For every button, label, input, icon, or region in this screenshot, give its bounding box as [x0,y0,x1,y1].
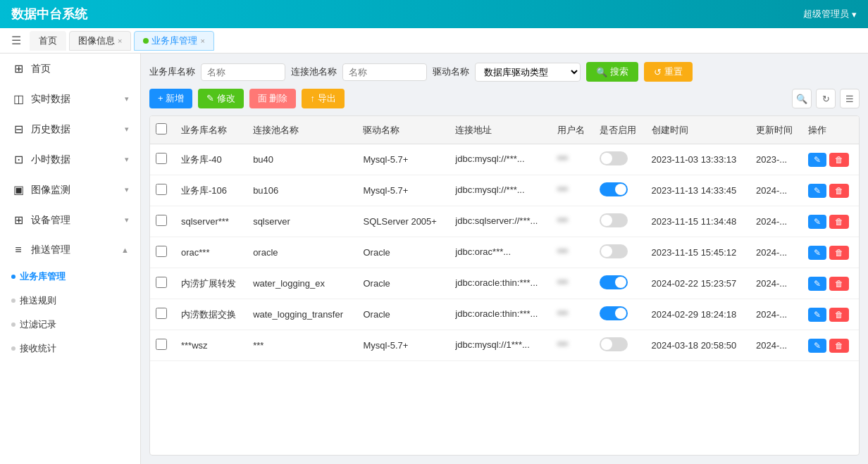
app-title: 数据中台系统 [11,6,803,23]
row-checkbox-2[interactable] [156,215,167,226]
col-conn-addr: 连接地址 [450,116,552,144]
tabbar: ☰ 首页 图像信息 × 业务库管理 × [0,28,868,54]
row-delete-btn-1[interactable]: 🗑 [829,184,849,198]
cell-updated-2: 2024-... [750,206,802,237]
row-edit-btn-6[interactable]: ✎ [808,339,826,353]
row-edit-btn-2[interactable]: ✎ [808,215,826,229]
filter-bar: 业务库名称 连接池名称 驱动名称 数据库驱动类型 Mysql-5.7+ Orac… [149,62,860,82]
db-name-input[interactable] [201,63,285,81]
menu-toggle-btn[interactable]: ☰ [6,31,27,50]
cell-username-4: *** [552,268,594,299]
tab-business-db-close[interactable]: × [200,37,204,45]
tab-business-db[interactable]: 业务库管理 × [134,31,213,51]
row-delete-btn-5[interactable]: 🗑 [829,308,849,322]
search-icon-btn[interactable]: 🔍 [792,89,812,108]
sidebar-item-history[interactable]: ⊟ 历史数据 ▾ [0,114,140,144]
cell-conn-pool-4: water_logging_ex [247,268,357,299]
search-icon: 🔍 [596,67,607,77]
tab-image-info[interactable]: 图像信息 × [69,31,131,51]
toggle-5[interactable] [600,306,628,320]
cell-conn-pool-1: bu106 [247,175,357,206]
row-checkbox-5[interactable] [156,308,167,319]
row-delete-btn-2[interactable]: 🗑 [829,215,849,229]
cell-driver-3: Oracle [357,237,450,268]
sidebar-item-realtime[interactable]: ◫ 实时数据 ▾ [0,84,140,114]
row-checkbox-4[interactable] [156,277,167,288]
row-edit-btn-1[interactable]: ✎ [808,184,826,198]
reset-icon: ↺ [654,67,662,77]
cell-updated-6: 2024-... [750,330,802,361]
sidebar-item-home[interactable]: ⊞ 首页 [0,54,140,84]
cell-conn-pool-5: wate_logging_transfer [247,299,357,330]
cell-driver-1: Mysql-5.7+ [357,175,450,206]
sidebar-sub-item-filter-records[interactable]: 过滤记录 [0,313,140,337]
cell-action-6: ✎ 🗑 [802,330,859,361]
sidebar-sub-label-business-db: 业务库管理 [20,270,66,283]
cell-db-name-6: ***wsz [175,330,247,361]
cell-action-1: ✎ 🗑 [802,175,859,206]
main-layout: ⊞ 首页 ◫ 实时数据 ▾ ⊟ 历史数据 ▾ ⊡ 小时数据 ▾ ▣ 图像监测 ▾… [0,54,868,464]
driver-select[interactable]: 数据库驱动类型 Mysql-5.7+ Oracle SQLServer 2005… [475,63,581,82]
cell-driver-0: Mysql-5.7+ [357,144,450,175]
sidebar-sub-item-business-db[interactable]: 业务库管理 [0,265,140,289]
row-delete-btn-6[interactable]: 🗑 [829,339,849,353]
cell-username-2: *** [552,206,594,237]
cell-db-name-4: 内涝扩展转发 [175,268,247,299]
sidebar-item-image-monitor[interactable]: ▣ 图像监测 ▾ [0,175,140,205]
cell-action-2: ✎ 🗑 [802,206,859,237]
toggle-4[interactable] [600,275,628,289]
conn-pool-input[interactable] [342,63,427,81]
sidebar-label-history: 历史数据 [31,123,70,136]
tab-image-info-close[interactable]: × [118,37,122,45]
refresh-icon-btn[interactable]: ↻ [816,89,836,108]
push-mgmt-icon: ≡ [11,244,25,256]
cell-username-0: *** [552,144,594,175]
toggle-6[interactable] [600,337,628,351]
toggle-1[interactable] [600,182,628,196]
col-db-name: 业务库名称 [175,116,247,144]
row-edit-btn-3[interactable]: ✎ [808,246,826,260]
row-delete-btn-3[interactable]: 🗑 [829,246,849,260]
row-edit-btn-4[interactable]: ✎ [808,277,826,291]
home-icon: ⊞ [11,62,25,75]
row-delete-btn-4[interactable]: 🗑 [829,277,849,291]
toggle-2[interactable] [600,213,628,227]
search-button[interactable]: 🔍 搜索 [586,62,638,82]
cell-conn-pool-6: *** [247,330,357,361]
realtime-icon: ◫ [11,92,25,106]
cell-action-0: ✎ 🗑 [802,144,859,175]
toggle-0[interactable] [600,151,628,165]
sidebar-label-device-mgmt: 设备管理 [31,214,70,227]
export-button[interactable]: ↑ 导出 [302,89,344,108]
row-checkbox-3[interactable] [156,246,167,257]
sidebar-sub-item-receive-stats[interactable]: 接收统计 [0,337,140,360]
toggle-3[interactable] [600,244,628,258]
settings-icon-btn[interactable]: ☰ [840,89,860,108]
sidebar-item-device-mgmt[interactable]: ⊞ 设备管理 ▾ [0,205,140,235]
cell-driver-2: SQLServer 2005+ [357,206,450,237]
reset-button[interactable]: ↺ 重置 [644,62,693,82]
sidebar-item-hourly[interactable]: ⊡ 小时数据 ▾ [0,144,140,175]
cell-enabled-6 [594,330,646,361]
row-checkbox-0[interactable] [156,153,167,164]
sidebar-label-push-mgmt: 推送管理 [31,244,70,256]
image-monitor-icon: ▣ [11,183,25,196]
add-button[interactable]: + 新增 [149,89,192,108]
row-delete-btn-0[interactable]: 🗑 [829,153,849,167]
delete-button[interactable]: 面 删除 [249,89,297,108]
edit-button[interactable]: ✎ 修改 [198,89,244,108]
table-row: 内涝数据交换 wate_logging_transfer Oracle jdbc… [150,299,859,330]
sidebar-sub-item-push-rules[interactable]: 推送规则 [0,289,140,313]
tab-home[interactable]: 首页 [30,31,66,51]
select-all-checkbox[interactable] [156,123,167,134]
row-checkbox-1[interactable] [156,184,167,195]
user-menu[interactable]: 超级管理员 ▾ [803,8,857,20]
row-checkbox-6[interactable] [156,339,167,350]
cell-conn-pool-2: sqlserver [247,206,357,237]
device-mgmt-arrow: ▾ [125,215,129,225]
sidebar-item-push-mgmt[interactable]: ≡ 推送管理 ▲ [0,235,140,265]
cell-updated-4: 2024-... [750,268,802,299]
row-edit-btn-0[interactable]: ✎ [808,153,826,167]
row-edit-btn-5[interactable]: ✎ [808,308,826,322]
sidebar-label-home: 首页 [31,63,51,75]
